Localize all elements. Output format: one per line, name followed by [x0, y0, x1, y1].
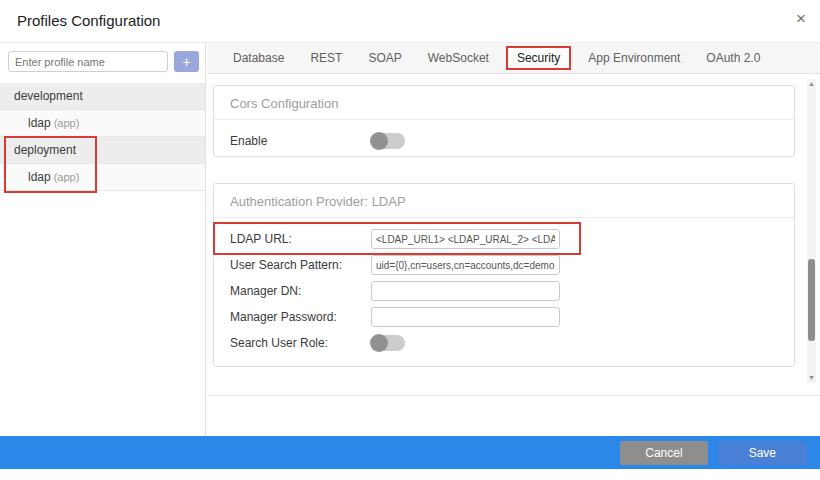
search-user-role-toggle[interactable]: [371, 335, 405, 351]
dialog-title: Profiles Configuration: [17, 12, 160, 29]
profiles-configuration-dialog: Profiles Configuration × + development l…: [0, 0, 820, 480]
search-user-role-row: Search User Role:: [230, 330, 778, 356]
configuration-tabbar: Database REST SOAP WebSocket Security Ap…: [207, 43, 820, 74]
sidebar-item-label: ldap: [28, 116, 51, 130]
tab-oauth[interactable]: OAuth 2.0: [693, 51, 773, 65]
add-profile-button[interactable]: +: [174, 51, 199, 72]
toggle-knob: [370, 334, 388, 352]
ldap-section-title: Authentication Provider: LDAP: [214, 184, 794, 218]
cors-configuration-section: Cors Configuration Enable: [213, 85, 795, 157]
security-tab-content: Cors Configuration Enable Authentication…: [207, 74, 820, 396]
sidebar-item-deployment[interactable]: deployment: [0, 137, 205, 164]
ldap-url-label: LDAP URL:: [230, 232, 371, 246]
save-button[interactable]: Save: [718, 441, 807, 465]
close-icon[interactable]: ×: [796, 10, 806, 27]
scroll-up-icon[interactable]: ▲: [807, 79, 816, 89]
ldap-url-input[interactable]: [371, 229, 560, 249]
profile-name-input[interactable]: [8, 51, 168, 72]
user-search-pattern-label: User Search Pattern:: [230, 258, 371, 272]
dialog-header: Profiles Configuration ×: [0, 0, 820, 43]
tab-websocket[interactable]: WebSocket: [415, 51, 502, 65]
manager-password-label: Manager Password:: [230, 310, 371, 324]
scrollbar-thumb[interactable]: [808, 259, 815, 341]
sidebar-item-suffix: (app): [54, 171, 80, 183]
toggle-knob: [370, 132, 388, 150]
user-search-pattern-input[interactable]: [371, 255, 560, 275]
cors-enable-toggle[interactable]: [371, 133, 405, 149]
ldap-url-row: LDAP URL:: [230, 226, 778, 252]
sidebar-item-label: deployment: [14, 143, 76, 157]
sidebar-item-development[interactable]: development: [0, 83, 205, 110]
tab-rest[interactable]: REST: [297, 51, 355, 65]
user-search-pattern-row: User Search Pattern:: [230, 252, 778, 278]
profiles-sidebar: + development ldap(app) deployment ldap(…: [0, 43, 206, 437]
search-user-role-label: Search User Role:: [230, 336, 371, 350]
tab-soap[interactable]: SOAP: [355, 51, 414, 65]
tab-app-environment[interactable]: App Environment: [575, 51, 693, 65]
tab-database[interactable]: Database: [220, 51, 297, 65]
sidebar-item-label: development: [14, 89, 83, 103]
sidebar-item-ldap-development[interactable]: ldap(app): [0, 110, 205, 137]
profile-list: development ldap(app) deployment ldap(ap…: [0, 83, 205, 191]
ldap-provider-section: Authentication Provider: LDAP LDAP URL: …: [213, 183, 795, 367]
cancel-button[interactable]: Cancel: [620, 441, 707, 465]
manager-dn-label: Manager DN:: [230, 284, 371, 298]
sidebar-item-suffix: (app): [54, 117, 80, 129]
dialog-footer: Cancel Save: [0, 436, 820, 469]
sidebar-item-label: ldap: [28, 170, 51, 184]
scroll-down-icon[interactable]: ▼: [807, 373, 816, 383]
sidebar-item-ldap-deployment[interactable]: ldap(app): [0, 164, 205, 191]
tab-security[interactable]: Security: [506, 46, 571, 70]
manager-password-input[interactable]: [371, 307, 560, 327]
content-scrollbar[interactable]: ▲ ▼: [807, 79, 816, 383]
manager-dn-input[interactable]: [371, 281, 560, 301]
manager-dn-row: Manager DN:: [230, 278, 778, 304]
cors-section-title: Cors Configuration: [214, 86, 794, 120]
manager-password-row: Manager Password:: [230, 304, 778, 330]
cors-enable-label: Enable: [230, 134, 371, 148]
